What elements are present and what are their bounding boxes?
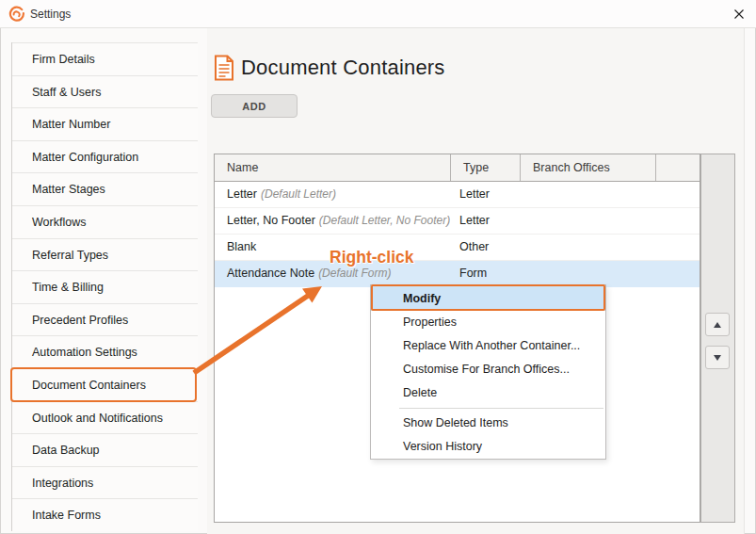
container-name: Attendance Note [227,267,314,280]
cell-branch-offices [521,182,656,207]
add-button[interactable]: ADD [211,94,298,118]
menu-item-properties[interactable]: Properties [371,311,605,334]
sidebar-item-precedent-profiles[interactable]: Precedent Profiles [12,303,198,336]
sidebar-item-matter-configuration[interactable]: Matter Configuration [12,140,198,173]
document-icon [214,55,234,81]
sidebar-item-intake-forms[interactable]: Intake Forms [12,498,198,531]
move-up-button[interactable] [705,313,730,336]
triangle-down-icon [714,355,721,361]
column-header-branch-offices[interactable]: Branch Offices [521,154,656,181]
container-name-note: (Default Letter) [261,187,336,201]
menu-item-version-history[interactable]: Version History [371,435,605,459]
sidebar-item-integrations[interactable]: Integrations [12,466,198,499]
close-icon [733,8,745,20]
menu-item-replace-container[interactable]: Replace With Another Container... [371,334,605,358]
cell-branch-offices [521,235,656,260]
container-name-note: (Default Form) [318,267,391,280]
cell-name: Letter, No Footer(Default Letter, No Foo… [215,208,451,234]
container-name: Blank [227,240,256,253]
sidebar-item-time-billing[interactable]: Time & Billing [12,270,198,303]
menu-item-delete[interactable]: Delete [371,381,605,405]
move-down-button[interactable] [705,346,730,369]
cell-branch-offices [521,208,656,234]
column-header-filler [656,154,700,181]
cell-type: Letter [451,208,521,234]
sidebar-item-automation-settings[interactable]: Automation Settings [12,335,198,368]
sidebar-item-matter-number[interactable]: Matter Number [12,107,198,140]
cell-type: Form [451,261,521,286]
sidebar-item-matter-stages[interactable]: Matter Stages [12,172,198,205]
sidebar-item-document-containers[interactable]: Document Containers [12,368,198,401]
close-button[interactable] [724,1,754,27]
sidebar-item-outlook-notifications[interactable]: Outlook and Notifications [12,401,198,434]
menu-item-show-deleted-items[interactable]: Show Deleted Items [371,412,605,435]
right-click-annotation-label: Right-click [330,248,413,267]
title-bar: Settings [0,0,756,28]
cell-type: Other [451,235,521,260]
sidebar-item-staff-users[interactable]: Staff & Users [12,75,198,108]
cell-branch-offices [521,261,656,286]
context-menu: Modify Properties Replace With Another C… [370,284,606,460]
sidebar-item-data-backup[interactable]: Data Backup [12,433,198,466]
settings-window: Settings Firm Details Staff & Users Matt… [0,0,756,534]
settings-sidebar: Firm Details Staff & Users Matter Number… [11,42,198,531]
sidebar-item-firm-details[interactable]: Firm Details [12,42,198,75]
container-name: Letter, No Footer [227,214,315,227]
sidebar-item-referral-types[interactable]: Referral Types [12,238,198,271]
cell-type: Letter [451,182,521,207]
page-title: Document Containers [241,56,445,80]
table-row[interactable]: Letter, No Footer(Default Letter, No Foo… [215,208,700,235]
app-logo-icon [8,6,25,23]
table-row-selected[interactable]: Attendance Note(Default Form) Form [215,261,700,287]
table-header-row: Name Type Branch Offices [215,154,700,182]
column-header-name[interactable]: Name [215,154,451,181]
column-header-type[interactable]: Type [451,154,521,181]
container-name: Letter [227,187,257,201]
window-title: Settings [30,0,71,28]
table-row[interactable]: Letter(Default Letter) Letter [215,182,700,208]
table-row[interactable]: Blank Other [215,235,700,261]
sidebar-item-workflows[interactable]: Workflows [12,205,198,238]
menu-item-customise-branch-offices[interactable]: Customise For Branch Offices... [371,358,605,381]
cell-name: Letter(Default Letter) [215,182,451,207]
triangle-up-icon [714,322,721,328]
container-name-note: (Default Letter, No Footer) [319,214,450,227]
menu-item-modify[interactable]: Modify [371,286,605,311]
menu-separator [399,408,603,409]
